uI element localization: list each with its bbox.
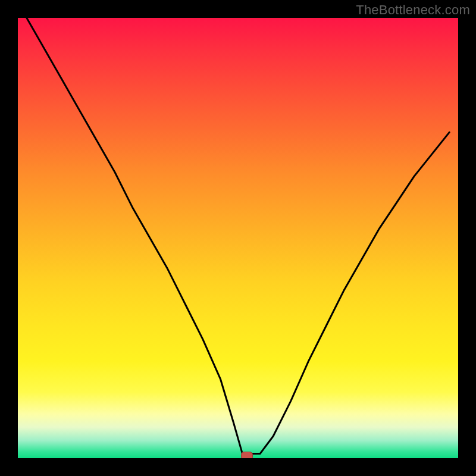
chart-frame: TheBottleneck.com xyxy=(0,0,476,476)
bottleneck-curve xyxy=(18,18,458,458)
plot-area xyxy=(18,18,458,458)
attribution-text: TheBottleneck.com xyxy=(356,2,470,18)
optimal-point-marker xyxy=(241,452,253,458)
